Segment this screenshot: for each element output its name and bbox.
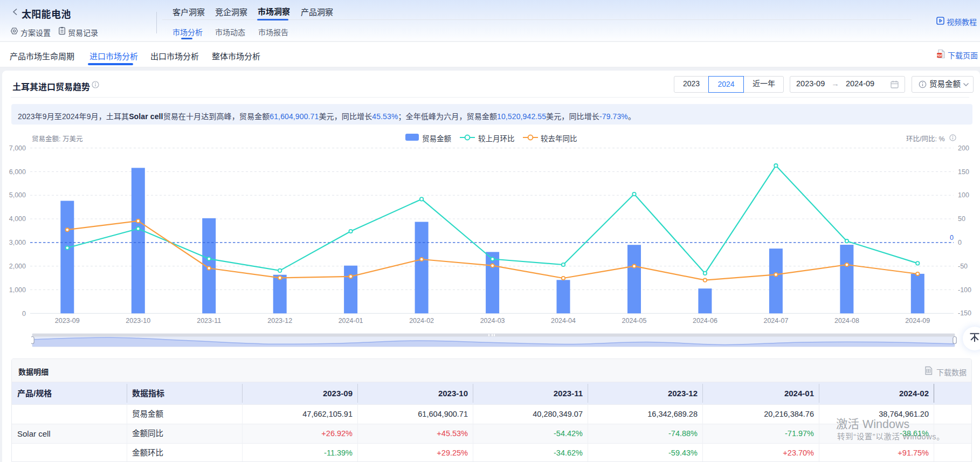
svg-text:3,000: 3,000 xyxy=(9,239,26,246)
svg-text:2024-09: 2024-09 xyxy=(905,317,930,325)
svg-text:0: 0 xyxy=(22,310,26,318)
svg-text:-150: -150 xyxy=(958,309,971,317)
svg-text:-100: -100 xyxy=(958,286,971,294)
svg-text:5,000: 5,000 xyxy=(9,191,26,199)
svg-text:2024-02: 2024-02 xyxy=(409,317,434,325)
svg-text:2023-10: 2023-10 xyxy=(126,317,150,325)
svg-text:-50: -50 xyxy=(958,263,968,270)
svg-text:2024-03: 2024-03 xyxy=(480,317,505,325)
svg-text:0: 0 xyxy=(950,234,954,242)
svg-text:2023-12: 2023-12 xyxy=(267,317,292,325)
svg-text:4,000: 4,000 xyxy=(9,215,26,223)
svg-text:7,000: 7,000 xyxy=(9,144,26,152)
svg-text:200: 200 xyxy=(958,144,969,152)
svg-text:PDF: PDF xyxy=(936,54,943,57)
svg-text:2024-08: 2024-08 xyxy=(834,317,859,325)
svg-text:2024-07: 2024-07 xyxy=(763,317,788,325)
svg-text:100: 100 xyxy=(958,191,969,199)
svg-text:50: 50 xyxy=(958,215,965,223)
svg-text:0: 0 xyxy=(958,239,962,246)
svg-text:2024-06: 2024-06 xyxy=(693,317,717,325)
svg-text:2023-09: 2023-09 xyxy=(55,317,80,325)
svg-text:6,000: 6,000 xyxy=(9,168,26,176)
svg-text:150: 150 xyxy=(958,168,969,176)
svg-text:2,000: 2,000 xyxy=(9,263,26,270)
svg-text:1,000: 1,000 xyxy=(9,286,26,294)
svg-text:2024-05: 2024-05 xyxy=(622,317,647,325)
svg-text:2024-01: 2024-01 xyxy=(339,317,363,325)
svg-text:2024-04: 2024-04 xyxy=(551,317,576,325)
svg-text:2023-11: 2023-11 xyxy=(197,317,221,325)
